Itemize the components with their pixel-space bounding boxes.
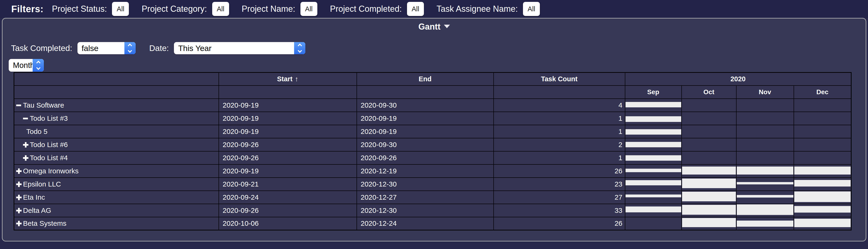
select-stepper-icon bbox=[294, 42, 305, 54]
table-row: Todo List #42020-09-262020-09-261 bbox=[14, 151, 851, 164]
table-row: Eta Inc2020-09-242020-12-2727 bbox=[14, 191, 851, 204]
row-name-label: Todo List #3 bbox=[30, 114, 68, 122]
gantt-cell-sep bbox=[625, 164, 682, 177]
view-selector-dropdown[interactable]: Gantt bbox=[3, 22, 866, 32]
gantt-cell-sep bbox=[625, 217, 682, 230]
gantt-cell-sep bbox=[625, 151, 682, 164]
row-start-date: 2020-09-26 bbox=[219, 204, 357, 217]
row-name-cell: Omega Ironworks bbox=[14, 164, 219, 177]
task-assignee-name-filter-button[interactable]: All bbox=[523, 2, 540, 16]
gantt-bar bbox=[737, 204, 793, 215]
granularity-select[interactable]: Month bbox=[9, 59, 44, 72]
expand-icon[interactable] bbox=[16, 208, 22, 214]
expand-icon[interactable] bbox=[23, 142, 29, 148]
gantt-cell-dec bbox=[794, 191, 851, 204]
row-name-cell: Todo 5 bbox=[14, 125, 219, 138]
gantt-cell-oct bbox=[682, 125, 736, 138]
expand-icon[interactable] bbox=[23, 155, 29, 161]
table-row: Omega Ironworks2020-09-192020-12-1926 bbox=[14, 164, 851, 177]
filter-label: Project Status: bbox=[52, 4, 107, 14]
gantt-cell-dec bbox=[794, 138, 851, 151]
gantt-cell-nov bbox=[736, 112, 794, 125]
row-name-label: Epsilon LLC bbox=[23, 180, 61, 188]
granularity-row: Month bbox=[9, 59, 44, 72]
gantt-cell-oct bbox=[682, 191, 736, 204]
row-end-date: 2020-12-24 bbox=[357, 217, 494, 230]
gantt-cell-dec bbox=[794, 217, 851, 230]
filter-label: Project Category: bbox=[142, 4, 207, 14]
end-column-header[interactable]: End bbox=[357, 73, 494, 85]
row-name-label: Delta AG bbox=[23, 206, 51, 215]
gantt-cell-nov bbox=[736, 164, 794, 177]
gantt-cell-nov bbox=[736, 204, 794, 217]
gantt-bar bbox=[625, 155, 681, 161]
row-start-date: 2020-09-19 bbox=[219, 112, 357, 125]
gantt-panel: Gantt Task Completed: false Date: This Y… bbox=[2, 18, 866, 242]
row-start-date: 2020-09-19 bbox=[219, 125, 357, 138]
task-completed-select[interactable]: false bbox=[78, 42, 136, 54]
row-name-cell: Todo List #6 bbox=[14, 138, 219, 151]
gantt-bar bbox=[794, 206, 851, 213]
filters-title: Filters: bbox=[11, 4, 43, 14]
project-completed-filter-button[interactable]: All bbox=[407, 2, 424, 16]
gantt-cell-dec bbox=[794, 99, 851, 112]
gantt-bar bbox=[737, 221, 793, 227]
gantt-cell-oct bbox=[682, 112, 736, 125]
project-name-filter-button[interactable]: All bbox=[301, 2, 317, 16]
filter-label: Task Assignee Name: bbox=[437, 4, 518, 14]
table-row: Todo List #62020-09-262020-09-302 bbox=[14, 138, 851, 151]
gantt-cell-oct bbox=[682, 177, 736, 191]
gantt-bar bbox=[737, 167, 793, 174]
gantt-cell-oct bbox=[682, 138, 736, 151]
gantt-bar bbox=[682, 178, 736, 188]
task-count-column-header[interactable]: Task Count bbox=[494, 73, 625, 85]
gantt-bar bbox=[625, 169, 681, 172]
row-name-label: Beta Systems bbox=[23, 219, 66, 227]
project-category-filter-button[interactable]: All bbox=[212, 2, 229, 16]
date-range-select[interactable]: This Year bbox=[174, 42, 305, 54]
gantt-cell-dec bbox=[794, 164, 851, 177]
expand-icon[interactable] bbox=[16, 194, 22, 200]
gantt-bar bbox=[625, 206, 681, 212]
table-row: Tau Software2020-09-192020-09-304 bbox=[14, 99, 851, 112]
expand-icon[interactable] bbox=[16, 168, 22, 174]
gantt-cell-dec bbox=[794, 204, 851, 217]
gantt-bar bbox=[682, 218, 736, 227]
row-task-count: 1 bbox=[494, 125, 625, 138]
gantt-cell-oct bbox=[682, 99, 736, 112]
row-task-count: 27 bbox=[494, 191, 625, 204]
gantt-cell-nov bbox=[736, 191, 794, 204]
gantt-bar bbox=[737, 195, 793, 197]
collapse-icon[interactable] bbox=[16, 102, 22, 108]
gantt-cell-dec bbox=[794, 112, 851, 125]
filter-project-status: Project Status: All bbox=[52, 2, 129, 16]
row-end-date: 2020-09-30 bbox=[357, 99, 494, 112]
select-stepper-icon bbox=[33, 59, 44, 72]
start-column-header[interactable]: Start↑ bbox=[219, 73, 357, 85]
month-header-dec: Dec bbox=[794, 85, 851, 99]
row-name-label: Todo List #4 bbox=[30, 154, 68, 162]
row-end-date: 2020-12-30 bbox=[357, 177, 494, 191]
gantt-cell-sep bbox=[625, 112, 682, 125]
row-task-count: 33 bbox=[494, 204, 625, 217]
row-start-date: 2020-10-06 bbox=[219, 217, 357, 230]
gantt-cell-sep bbox=[625, 99, 682, 112]
select-stepper-icon bbox=[124, 42, 136, 54]
row-task-count: 1 bbox=[494, 112, 625, 125]
row-name-label: Tau Software bbox=[23, 101, 64, 109]
project-status-filter-button[interactable]: All bbox=[112, 2, 129, 16]
table-row: Todo List #32020-09-192020-09-191 bbox=[14, 112, 851, 125]
gantt-cell-sep bbox=[625, 204, 682, 217]
row-task-count: 1 bbox=[494, 151, 625, 164]
collapse-icon[interactable] bbox=[23, 115, 29, 121]
filter-label: Project Completed: bbox=[330, 4, 402, 14]
row-end-date: 2020-09-26 bbox=[357, 151, 494, 164]
gantt-cell-sep bbox=[625, 177, 682, 191]
expand-icon[interactable] bbox=[16, 181, 22, 187]
row-name-cell: Todo List #4 bbox=[14, 151, 219, 164]
gantt-cell-sep bbox=[625, 191, 682, 204]
month-header-sep: Sep bbox=[625, 85, 682, 99]
gantt-bar bbox=[625, 102, 681, 107]
gantt-bar bbox=[625, 180, 681, 186]
expand-icon[interactable] bbox=[16, 220, 22, 226]
